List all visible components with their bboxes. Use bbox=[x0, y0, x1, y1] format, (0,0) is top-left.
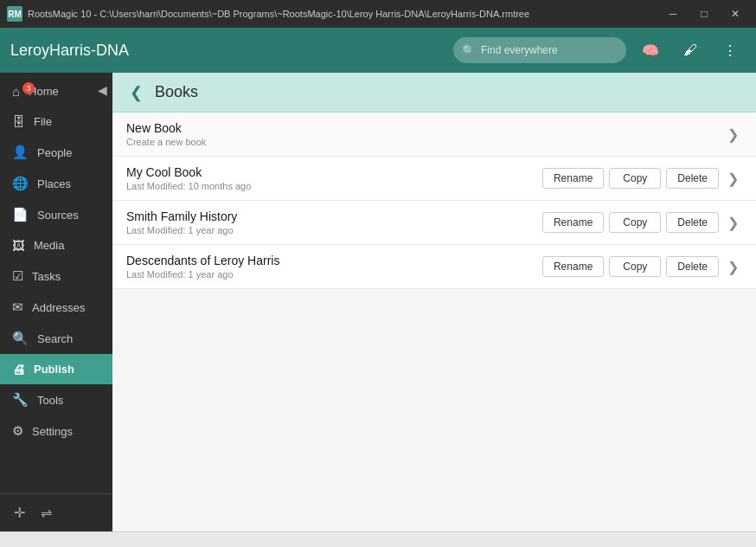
copy-button[interactable]: Copy bbox=[609, 168, 661, 189]
file-icon: 🗄 bbox=[12, 114, 25, 129]
window-title: RootsMagic 10 - C:\Users\harri\Documents… bbox=[28, 9, 659, 19]
delete-button[interactable]: Delete bbox=[666, 256, 719, 277]
sidebar-item-label: File bbox=[34, 115, 52, 128]
book-arrow-button[interactable]: ❯ bbox=[724, 255, 742, 279]
new-book-meta: Create a new book bbox=[126, 137, 724, 147]
book-meta: Last Modified: 1 year ago bbox=[126, 269, 542, 280]
minimize-button[interactable]: ─ bbox=[659, 5, 687, 23]
sidebar-item-media[interactable]: 🖼 Media bbox=[0, 230, 112, 261]
close-button[interactable]: ✕ bbox=[721, 5, 749, 23]
paintbrush-icon-button[interactable]: 🖌 bbox=[675, 35, 706, 66]
sidebar-item-search[interactable]: 🔍 Search bbox=[0, 323, 112, 354]
book-name: My Cool Book bbox=[126, 165, 542, 179]
back-button[interactable]: ❮ bbox=[126, 83, 146, 102]
sidebar-item-sources[interactable]: 📄 Sources bbox=[0, 199, 112, 230]
sidebar: ◀ ⌂ Home 3 🗄 File 👤 People 🌐 Places 📄 bbox=[0, 73, 112, 531]
new-book-name: New Book bbox=[126, 121, 724, 135]
maximize-button[interactable]: □ bbox=[690, 5, 718, 23]
sidebar-item-tools[interactable]: 🔧 Tools bbox=[0, 384, 112, 415]
book-info: Smith Family History Last Modified: 1 ye… bbox=[126, 209, 542, 235]
sidebar-bottom: ✛ ⇌ bbox=[0, 493, 112, 531]
copy-button[interactable]: Copy bbox=[609, 212, 661, 233]
delete-button[interactable]: Delete bbox=[666, 212, 719, 233]
list-item: My Cool Book Last Modified: 10 months ag… bbox=[112, 157, 756, 201]
book-info: Descendants of Leroy Harris Last Modifie… bbox=[126, 254, 542, 280]
more-menu-button[interactable]: ⋮ bbox=[714, 35, 746, 66]
books-header: ❮ Books bbox=[112, 73, 756, 113]
sidebar-item-label: Media bbox=[34, 239, 64, 252]
books-page-title: Books bbox=[155, 83, 198, 101]
list-item: Descendants of Leroy Harris Last Modifie… bbox=[112, 245, 756, 289]
sidebar-item-settings[interactable]: ⚙ Settings bbox=[0, 415, 112, 447]
sync-button[interactable]: ⇌ bbox=[35, 501, 57, 524]
sidebar-item-file[interactable]: 🗄 File bbox=[0, 106, 112, 137]
new-book-arrow-button[interactable]: ❯ bbox=[724, 123, 742, 146]
sidebar-item-label: Settings bbox=[32, 425, 73, 438]
book-arrow-button[interactable]: ❯ bbox=[724, 211, 742, 235]
copy-button[interactable]: Copy bbox=[609, 256, 661, 277]
book-actions: Rename Copy Delete ❯ bbox=[542, 255, 742, 279]
tools-icon: 🔧 bbox=[12, 392, 29, 408]
publish-icon: 🖨 bbox=[12, 362, 25, 376]
content-area: ❮ Books New Book Create a new book ❯ My … bbox=[112, 73, 756, 531]
new-book-item[interactable]: New Book Create a new book ❯ bbox=[112, 113, 756, 157]
sidebar-item-label: Search bbox=[37, 332, 73, 345]
book-meta: Last Modified: 10 months ago bbox=[126, 181, 542, 191]
sidebar-item-label: Addresses bbox=[32, 301, 85, 314]
book-actions: Rename Copy Delete ❯ bbox=[542, 167, 742, 190]
tasks-icon: ☑ bbox=[12, 268, 23, 284]
search-nav-icon: 🔍 bbox=[12, 331, 29, 346]
sidebar-item-people[interactable]: 👤 People bbox=[0, 137, 112, 168]
sidebar-item-label: Tasks bbox=[32, 270, 61, 283]
sidebar-item-addresses[interactable]: ✉ Addresses bbox=[0, 292, 112, 323]
app-icon: RM bbox=[7, 6, 22, 22]
media-icon: 🖼 bbox=[12, 238, 25, 253]
addresses-icon: ✉ bbox=[12, 299, 23, 315]
rename-button[interactable]: Rename bbox=[542, 168, 604, 189]
add-person-button[interactable]: ✛ bbox=[9, 501, 30, 524]
window-controls: ─ □ ✕ bbox=[659, 5, 749, 23]
settings-icon: ⚙ bbox=[12, 423, 23, 439]
find-everywhere-input[interactable] bbox=[453, 37, 626, 63]
rename-button[interactable]: Rename bbox=[542, 256, 604, 277]
home-icon: ⌂ bbox=[12, 84, 20, 99]
book-actions: Rename Copy Delete ❯ bbox=[542, 211, 742, 235]
book-arrow-button[interactable]: ❯ bbox=[724, 167, 742, 190]
sidebar-item-places[interactable]: 🌐 Places bbox=[0, 168, 112, 199]
main-layout: ◀ ⌂ Home 3 🗄 File 👤 People 🌐 Places 📄 bbox=[0, 73, 756, 531]
book-name: Smith Family History bbox=[126, 209, 542, 223]
title-bar: RM RootsMagic 10 - C:\Users\harri\Docume… bbox=[0, 0, 756, 28]
delete-button[interactable]: Delete bbox=[666, 168, 719, 189]
book-name: Descendants of Leroy Harris bbox=[126, 254, 542, 267]
book-info: My Cool Book Last Modified: 10 months ag… bbox=[126, 165, 542, 191]
sidebar-item-label: Publish bbox=[34, 363, 74, 376]
sidebar-item-home[interactable]: ⌂ Home 3 bbox=[0, 76, 112, 106]
places-icon: 🌐 bbox=[12, 176, 29, 191]
sources-icon: 📄 bbox=[12, 207, 29, 222]
sidebar-item-label: Sources bbox=[37, 209, 79, 222]
sidebar-item-label: Places bbox=[37, 177, 71, 190]
new-book-info: New Book Create a new book bbox=[126, 121, 724, 147]
sidebar-item-label: People bbox=[37, 146, 72, 159]
list-item: Smith Family History Last Modified: 1 ye… bbox=[112, 201, 756, 245]
sidebar-item-tasks[interactable]: ☑ Tasks bbox=[0, 261, 112, 292]
brain-icon-button[interactable]: 🧠 bbox=[635, 35, 666, 66]
app-title: LeroyHarris-DNA bbox=[10, 42, 445, 60]
people-icon: 👤 bbox=[12, 145, 29, 160]
sidebar-item-publish[interactable]: 🖨 Publish bbox=[0, 354, 112, 384]
status-bar bbox=[0, 531, 756, 547]
books-list: New Book Create a new book ❯ My Cool Boo… bbox=[112, 113, 756, 531]
sidebar-item-label: Tools bbox=[37, 394, 63, 407]
home-badge: 3 bbox=[22, 82, 35, 94]
sidebar-nav: ⌂ Home 3 🗄 File 👤 People 🌐 Places 📄 Sour… bbox=[0, 76, 112, 493]
rename-button[interactable]: Rename bbox=[542, 212, 604, 233]
search-wrapper: 🔍 bbox=[453, 37, 626, 63]
header-bar: LeroyHarris-DNA 🔍 🧠 🖌 ⋮ bbox=[0, 28, 756, 73]
book-meta: Last Modified: 1 year ago bbox=[126, 225, 542, 235]
